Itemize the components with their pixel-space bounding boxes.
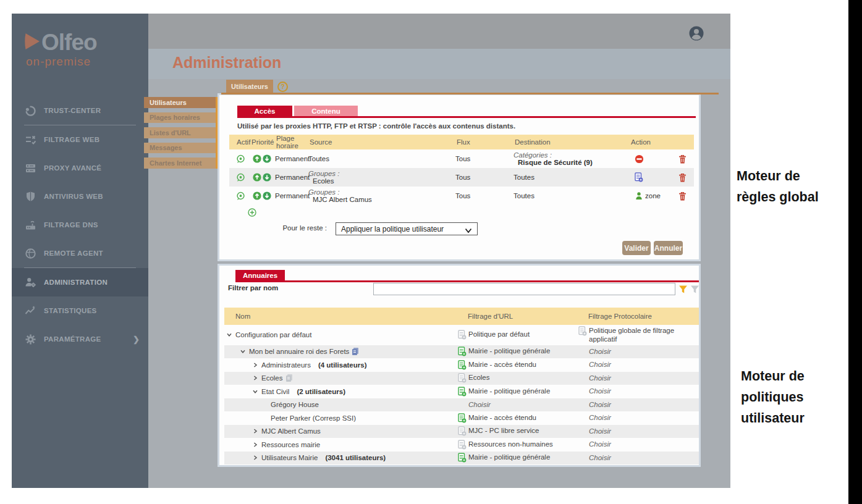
- chevron-down-icon[interactable]: [252, 388, 258, 395]
- subnav-item-messages[interactable]: Messages: [144, 143, 216, 154]
- directory-name[interactable]: MJC Albert Camus: [261, 427, 321, 435]
- doc-gray-icon[interactable]: [458, 426, 467, 436]
- chevron-right-icon[interactable]: [252, 375, 258, 381]
- doc-green-icon[interactable]: [458, 346, 467, 356]
- doc-green-icon[interactable]: [458, 453, 467, 463]
- url-policy[interactable]: Mairie - politique générale: [468, 346, 550, 356]
- directory-name[interactable]: Configuration par défaut: [235, 331, 311, 338]
- directory-name[interactable]: Peter Parker (Corresp SSI): [271, 414, 356, 422]
- cancel-button[interactable]: Annuler: [654, 241, 683, 255]
- doc-gray-icon[interactable]: [578, 326, 587, 336]
- doc-gray-icon[interactable]: [458, 373, 467, 383]
- block-icon[interactable]: [635, 154, 644, 164]
- help-icon[interactable]: ?: [277, 82, 288, 92]
- chevron-down-icon: [465, 227, 472, 235]
- priority-up-icon[interactable]: [253, 154, 261, 163]
- chevron-right-icon[interactable]: [252, 442, 258, 448]
- validate-button[interactable]: Valider: [622, 241, 651, 255]
- url-policy[interactable]: Mairie - accès étendu: [468, 360, 536, 369]
- filter-input[interactable]: [373, 283, 675, 295]
- url-policy[interactable]: Mairie - accès étendu: [468, 413, 536, 422]
- protocol-policy[interactable]: Choisir: [589, 440, 611, 449]
- sidebar-item-filtrage-web[interactable]: FILTRAGE WEB: [12, 125, 148, 154]
- logo-title: Olfeo: [41, 31, 97, 54]
- tab-contenu[interactable]: Contenu: [294, 106, 358, 116]
- active-icon[interactable]: [236, 173, 245, 182]
- url-policy[interactable]: Mairie - politique générale: [468, 453, 550, 462]
- chevron-right-icon[interactable]: [252, 455, 258, 461]
- trash-icon[interactable]: [678, 173, 687, 182]
- priority-up-icon[interactable]: [253, 173, 261, 182]
- add-rule-icon[interactable]: [248, 208, 256, 217]
- protocol-policy[interactable]: Choisir: [589, 453, 611, 463]
- sidebar-item-administration[interactable]: ADMINISTRATION: [12, 268, 148, 296]
- doc-green-icon[interactable]: [458, 360, 467, 370]
- protocol-policy[interactable]: Choisir: [589, 360, 611, 369]
- url-policy[interactable]: Choisir: [468, 400, 491, 410]
- zone-icon[interactable]: [635, 191, 643, 200]
- sidebar-item-filtrage-dns[interactable]: FILTRAGE DNS: [12, 211, 148, 239]
- doc-green-icon[interactable]: [458, 387, 467, 397]
- sidebar-item-proxy-avanc-[interactable]: PROXY AVANCÉ: [12, 154, 148, 182]
- page-title: Administration: [172, 54, 281, 72]
- doc-gray-icon[interactable]: [458, 440, 467, 450]
- directory-name[interactable]: Administrateurs: [261, 361, 311, 369]
- subnav-item-utilisateurs[interactable]: Utilisateurs: [144, 97, 216, 108]
- tabs-underline: [235, 280, 699, 282]
- url-policy[interactable]: MJC - PC libre service: [468, 426, 539, 435]
- rules-table: ActifPrioritéPlage horaireSourceFluxDest…: [229, 135, 694, 205]
- global-rules-panel: Accès Contenu Utilisé par les proxies HT…: [219, 95, 699, 259]
- doc-green-icon[interactable]: [458, 413, 467, 423]
- subnav-item-plages-horaires[interactable]: Plages horaires: [144, 112, 216, 124]
- active-icon[interactable]: [236, 191, 245, 201]
- chevron-down-icon[interactable]: [240, 348, 246, 355]
- directory-name[interactable]: Mon bel annuaire roi des Forets: [249, 348, 349, 355]
- filter-label: Filtrer par nom: [228, 284, 278, 292]
- directory-name[interactable]: Grégory House: [271, 401, 319, 408]
- protocol-policy[interactable]: Politique globale de filtrage applicatif: [589, 326, 698, 344]
- chevron-right-icon[interactable]: [252, 428, 258, 434]
- sidebar-item-trust-center[interactable]: TRUST-CENTER: [12, 96, 148, 125]
- policy-blue-icon[interactable]: [635, 172, 643, 182]
- trash-icon[interactable]: [678, 154, 687, 164]
- active-icon[interactable]: [236, 154, 245, 164]
- rest-policy-select[interactable]: Appliquer la politique utilisateur: [336, 222, 478, 235]
- top-bar: [148, 14, 730, 49]
- sidebar-item-antivirus-web[interactable]: ANTIVIRUS WEB: [12, 182, 148, 211]
- directory-name[interactable]: Ressources mairie: [261, 441, 320, 448]
- priority-down-icon[interactable]: [263, 173, 271, 182]
- rule-row: Permanent Groupes :MJC Albert Camus Tous…: [229, 187, 694, 205]
- url-policy[interactable]: Mairie - politique générale: [468, 387, 550, 396]
- chevron-down-icon[interactable]: [226, 332, 232, 338]
- subnav-item-chartes-internet[interactable]: Chartes Internet: [144, 158, 216, 169]
- chevron-right-icon[interactable]: [252, 362, 258, 368]
- doc-gray-icon[interactable]: [458, 330, 467, 340]
- protocol-policy[interactable]: Choisir: [589, 427, 611, 436]
- priority-up-icon[interactable]: [253, 191, 261, 200]
- url-policy[interactable]: Ecoles: [468, 373, 490, 382]
- sidebar-item-remote-agent[interactable]: REMOTE AGENT: [12, 239, 148, 267]
- protocol-policy[interactable]: Choisir: [589, 347, 611, 356]
- protocol-policy[interactable]: Choisir: [589, 400, 611, 410]
- url-policy[interactable]: Ressources non-humaines: [468, 440, 553, 449]
- priority-down-icon[interactable]: [263, 154, 271, 163]
- subnav-item-listes-d-url[interactable]: Listes d'URL: [144, 127, 216, 138]
- user-icon[interactable]: [688, 25, 704, 41]
- sidebar-item-statistiques[interactable]: STATISTIQUES: [12, 296, 148, 325]
- antivirus-web-icon: [25, 191, 36, 203]
- url-policy[interactable]: Politique par défaut: [468, 330, 530, 339]
- directory-name[interactable]: Ecoles: [261, 374, 283, 382]
- tab-annuaires[interactable]: Annuaires: [235, 270, 285, 280]
- filter-off-icon[interactable]: [690, 285, 699, 294]
- tab-acces[interactable]: Accès: [237, 106, 292, 116]
- directory-name[interactable]: Etat Civil: [261, 388, 289, 395]
- protocol-policy[interactable]: Choisir: [589, 387, 611, 396]
- priority-down-icon[interactable]: [263, 191, 271, 200]
- protocol-policy[interactable]: Choisir: [589, 374, 611, 383]
- trash-icon[interactable]: [678, 191, 687, 201]
- directory-name[interactable]: Utilisateurs Mairie: [261, 454, 318, 461]
- filter-on-icon[interactable]: [678, 285, 688, 294]
- sidebar-item-param-trage[interactable]: PARAMÉTRAGE❯: [12, 325, 148, 353]
- tab-utilisateurs[interactable]: Utilisateurs: [226, 80, 273, 93]
- protocol-policy[interactable]: Choisir: [589, 413, 611, 422]
